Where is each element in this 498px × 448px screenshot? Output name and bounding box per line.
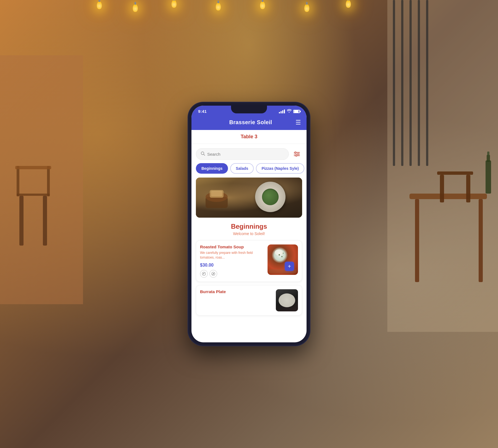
menu-item-name: Roasted Tomato Soup	[200, 244, 264, 249]
app-header: Brasserie Soleil ☰	[191, 116, 307, 130]
svg-rect-8	[393, 0, 395, 166]
search-input-wrap[interactable]	[196, 148, 289, 160]
content-area[interactable]: Beginnings Salads Pizzas (Naples Syle)	[191, 144, 307, 342]
burrata-card-inner: Burrata Plate	[200, 289, 298, 311]
svg-rect-17	[440, 175, 444, 202]
wall-right	[387, 0, 498, 448]
burrata-image	[276, 289, 298, 311]
add-to-cart-button[interactable]: +	[285, 262, 294, 271]
search-icon	[201, 151, 205, 157]
burrata-visual	[276, 289, 298, 311]
category-title: Beginnings	[196, 223, 302, 230]
bulb-4	[216, 3, 221, 11]
bulb-7	[346, 0, 351, 8]
notch	[231, 106, 267, 113]
table-indicator: Table 3	[191, 130, 307, 144]
svg-rect-10	[409, 0, 412, 166]
tab-beginnings[interactable]: Beginnings	[196, 163, 228, 174]
burrata-cheese	[279, 293, 295, 307]
menu-card-inner: Roasted Tomato Soup We carefully prepare…	[200, 244, 298, 278]
hero-image-inner	[196, 178, 302, 218]
bulb-2	[133, 4, 138, 12]
phone-screen: 9:41	[191, 106, 307, 342]
wifi-icon	[287, 109, 292, 114]
bulb-1	[97, 1, 102, 9]
tabs-section: Beginnings Salads Pizzas (Naples Syle)	[191, 163, 307, 178]
signal-bar-2	[281, 111, 282, 113]
plate-food	[262, 189, 279, 205]
svg-rect-9	[401, 0, 403, 166]
status-time: 9:41	[198, 109, 207, 114]
menu-item-description: We carefully prepare with fresh field to…	[200, 251, 264, 260]
svg-point-34	[202, 272, 206, 275]
wall-left	[0, 55, 83, 448]
signal-icon	[279, 110, 285, 113]
tag-leaf-icon	[209, 270, 217, 278]
bulb-5	[260, 1, 265, 9]
svg-rect-0	[0, 55, 83, 304]
svg-rect-15	[479, 199, 483, 282]
svg-rect-33	[211, 191, 222, 196]
menu-item-image-wrap: +	[268, 244, 298, 275]
hamburger-menu-icon[interactable]: ☰	[295, 119, 301, 126]
svg-rect-16	[437, 171, 473, 175]
search-input[interactable]	[207, 152, 284, 157]
svg-line-23	[204, 154, 205, 155]
category-subtitle: Welcome to Soleil!	[196, 231, 302, 236]
tag-vegan-icon	[200, 270, 208, 278]
basket-decoration	[201, 183, 235, 211]
svg-rect-1	[17, 194, 50, 196]
svg-rect-20	[487, 155, 490, 162]
status-bar: 9:41	[191, 106, 307, 116]
status-icons	[279, 109, 300, 114]
svg-rect-5	[47, 166, 50, 196]
menu-item-burrata: Burrata Plate	[196, 285, 302, 316]
svg-rect-3	[43, 196, 47, 246]
svg-point-27	[295, 152, 296, 153]
plate-decoration	[255, 182, 286, 212]
menu-item-tags	[200, 270, 264, 278]
plus-icon: +	[288, 264, 291, 269]
svg-rect-4	[17, 166, 19, 196]
search-section	[191, 144, 307, 163]
svg-rect-11	[418, 0, 420, 166]
bulb-6	[304, 4, 309, 12]
svg-point-28	[298, 153, 299, 155]
burrata-name: Burrata Plate	[200, 289, 273, 294]
app-title: Brasserie Soleil	[229, 119, 272, 126]
tab-pizzas[interactable]: Pizzas (Naples Syle)	[256, 163, 304, 174]
svg-point-29	[296, 155, 297, 157]
garnish-3	[283, 253, 284, 254]
battery-fill	[294, 110, 299, 113]
battery-icon	[293, 110, 300, 113]
svg-rect-2	[19, 196, 24, 246]
phone-frame: 9:41	[188, 102, 310, 346]
svg-rect-14	[415, 199, 419, 282]
signal-bar-4	[284, 110, 285, 113]
menu-item-price: $30.00	[200, 263, 264, 268]
burrata-text: Burrata Plate	[200, 289, 273, 295]
signal-bar-3	[282, 110, 283, 113]
svg-rect-13	[409, 194, 487, 199]
svg-rect-19	[486, 160, 491, 194]
svg-rect-6	[15, 166, 51, 169]
svg-rect-21	[487, 152, 489, 156]
menu-item-text: Roasted Tomato Soup We carefully prepare…	[200, 244, 264, 278]
svg-rect-12	[426, 0, 428, 166]
phone: 9:41	[188, 102, 310, 346]
menu-item-roasted-tomato-soup: Roasted Tomato Soup We carefully prepare…	[196, 240, 302, 282]
signal-bar-1	[279, 112, 280, 113]
svg-rect-18	[466, 175, 470, 202]
garnish-2	[281, 256, 282, 257]
tab-salads[interactable]: Salads	[230, 163, 254, 174]
category-title-section: Beginnings Welcome to Soleil!	[191, 218, 307, 237]
bulb-3	[172, 0, 177, 8]
category-hero-image	[196, 178, 302, 218]
filter-button[interactable]	[292, 149, 302, 159]
table-label: Table 3	[241, 134, 258, 139]
garnish-1	[279, 254, 280, 256]
